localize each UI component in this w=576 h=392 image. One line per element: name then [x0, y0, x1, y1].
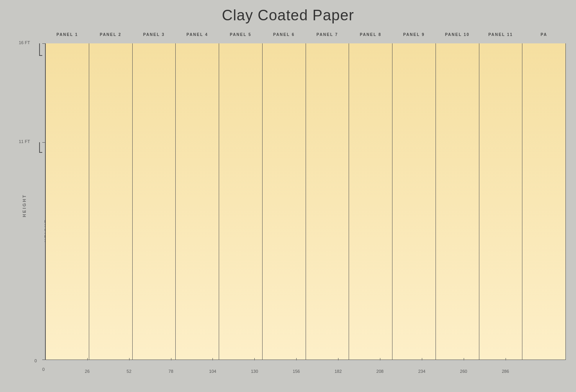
panel-column-9: PANEL 9 [392, 43, 436, 360]
panel-header-7: PANEL 7 [317, 32, 338, 37]
panel-header-10: PANEL 10 [445, 32, 470, 37]
y-tick-line-0 [42, 360, 45, 360]
bracket-11ft-horiz [39, 152, 42, 153]
y-tick-line-11ft [42, 142, 45, 143]
panel-column-12: PA [522, 43, 566, 360]
panel-header-1: PANEL 1 [56, 32, 78, 37]
panel-column-6: PANEL 6 [263, 43, 306, 360]
y-tick-0: 0 [34, 358, 37, 363]
y-axis-label-outer: HEIGHT [22, 194, 27, 217]
chart-container: HEIGHT HEIGHT 16 FT 11 FT 0 PANEL 1PANEL… [10, 28, 566, 383]
panel-header-8: PANEL 8 [360, 32, 381, 37]
x-tick-label-260: 260 [460, 369, 467, 374]
y-tick-11ft: 11 FT [19, 139, 30, 144]
x-tick-label-130: 130 [251, 369, 258, 374]
x-tick-line-130 [254, 358, 255, 360]
panel-header-5: PANEL 5 [230, 32, 251, 37]
panel-header-6: PANEL 6 [273, 32, 295, 37]
bracket-16ft-horiz [39, 55, 42, 56]
panel-header-2: PANEL 2 [100, 32, 121, 37]
panel-column-11: PANEL 11 [479, 43, 523, 360]
panel-column-2: PANEL 2 [89, 43, 133, 360]
x-tick-label-208: 208 [376, 369, 383, 374]
y-tick-line-16ft [42, 43, 45, 44]
x-tick-label-104: 104 [209, 369, 216, 374]
panel-column-4: PANEL 4 [176, 43, 219, 360]
x-tick-line-208 [380, 358, 380, 360]
x-tick-line-260 [464, 358, 464, 360]
panel-column-3: PANEL 3 [133, 43, 176, 360]
panel-header-4: PANEL 4 [186, 32, 208, 37]
y-tick-16ft: 16 FT [19, 40, 30, 45]
chart-title: Clay Coated Paper [222, 7, 354, 24]
panel-column-10: PANEL 10 [436, 43, 479, 360]
x-zero-label: 0 [42, 367, 45, 372]
panel-header-11: PANEL 11 [488, 32, 513, 37]
panel-column-1: PANEL 1 [46, 43, 89, 360]
x-tick-line-52 [129, 358, 130, 360]
x-tick-label-78: 78 [169, 369, 173, 374]
x-tick-label-26: 26 [85, 369, 90, 374]
bracket-16ft-vert [39, 43, 40, 55]
x-tick-label-52: 52 [127, 369, 131, 374]
x-tick-label-286: 286 [502, 369, 509, 374]
panel-header-9: PANEL 9 [403, 32, 425, 37]
panel-column-5: PANEL 5 [219, 43, 263, 360]
panel-column-8: PANEL 8 [349, 43, 392, 360]
x-tick-line-104 [212, 358, 213, 360]
x-tick-line-286 [506, 358, 506, 360]
x-tick-line-78 [171, 358, 171, 360]
panel-header-12: PA [541, 32, 547, 37]
x-tick-line-26 [87, 358, 88, 360]
x-tick-line-182 [338, 358, 338, 360]
x-tick-label-234: 234 [418, 369, 425, 374]
x-tick-label-182: 182 [335, 369, 342, 374]
panel-column-7: PANEL 7 [306, 43, 349, 360]
bracket-11ft-vert [39, 142, 40, 152]
x-tick-line-156 [296, 358, 297, 360]
x-tick-label-156: 156 [293, 369, 300, 374]
x-tick-line-234 [422, 358, 422, 360]
panels-area: PANEL 1PANEL 2PANEL 3PANEL 4PANEL 5PANEL… [45, 43, 566, 360]
chart-area: 16 FT 11 FT 0 PANEL 1PANEL 2PANEL 3PANEL… [45, 43, 566, 360]
panel-header-3: PANEL 3 [143, 32, 165, 37]
